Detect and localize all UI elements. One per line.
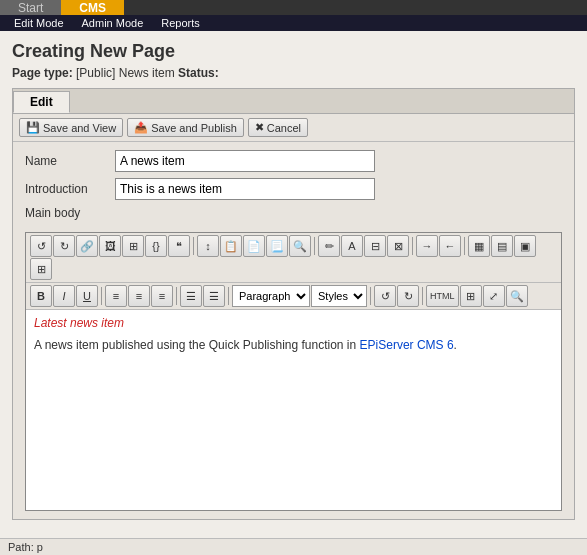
cell-btn[interactable]: ▣ <box>514 235 536 257</box>
main-wrapper: Start CMS Edit Mode Admin Mode Reports C… <box>0 0 587 555</box>
underline-btn[interactable]: U <box>76 285 98 307</box>
save-view-icon: 💾 <box>26 121 40 134</box>
maximize-btn[interactable]: ⤢ <box>483 285 505 307</box>
tab-edit[interactable]: Edit <box>13 91 70 113</box>
bold-btn[interactable]: B <box>30 285 52 307</box>
indent-btn[interactable]: → <box>416 235 438 257</box>
name-label: Name <box>25 154 115 168</box>
action-toolbar: 💾 Save and View 📤 Save and Publish ✖ Can… <box>13 114 574 142</box>
redo-btn[interactable]: ↻ <box>53 235 75 257</box>
italic-text: Latest news item <box>34 316 553 330</box>
rows-btn[interactable]: ▤ <box>491 235 513 257</box>
copy-btn[interactable]: 📋 <box>220 235 242 257</box>
paragraph-select[interactable]: Paragraph <box>232 285 310 307</box>
body-text-before: A news item published using the Quick Pu… <box>34 338 360 352</box>
edit-tab-panel: Edit 💾 Save and View 📤 Save and Publish … <box>12 88 575 520</box>
sep4 <box>464 237 465 255</box>
html-btn[interactable]: HTML <box>426 285 459 307</box>
italic-btn[interactable]: I <box>53 285 75 307</box>
redo2-btn[interactable]: ↻ <box>397 285 419 307</box>
styles-select[interactable]: Styles <box>311 285 367 307</box>
save-and-publish-label: Save and Publish <box>151 122 237 134</box>
align-left-btn[interactable]: ≡ <box>105 285 127 307</box>
page-type-value: [Public] News item <box>76 66 175 80</box>
introduction-label: Introduction <box>25 182 115 196</box>
editor-toolbar-1: ↺ ↻ 🔗 🖼 ⊞ {} ❝ ↕ 📋 📄 📃 🔍 ✏ A ⊟ <box>26 233 561 283</box>
name-row: Name <box>25 150 562 172</box>
select-all-btn[interactable]: ↕ <box>197 235 219 257</box>
cols-btn[interactable]: ▦ <box>468 235 490 257</box>
undo2-btn[interactable]: ↺ <box>374 285 396 307</box>
ul-btn[interactable]: ☰ <box>180 285 202 307</box>
search-btn[interactable]: 🔍 <box>506 285 528 307</box>
path-value: p <box>37 541 43 553</box>
tab-cms[interactable]: CMS <box>61 0 124 15</box>
path-bar: Path: p <box>0 538 587 555</box>
sep7 <box>228 287 229 305</box>
layout-btn[interactable]: ⊟ <box>364 235 386 257</box>
image-btn[interactable]: 🖼 <box>99 235 121 257</box>
undo-btn[interactable]: ↺ <box>30 235 52 257</box>
outdent-btn[interactable]: ← <box>439 235 461 257</box>
table-btn[interactable]: ⊞ <box>122 235 144 257</box>
link-btn[interactable]: 🔗 <box>76 235 98 257</box>
menu-admin-mode[interactable]: Admin Mode <box>74 15 152 31</box>
body-text-link[interactable]: EPiServer CMS 6 <box>360 338 454 352</box>
code-btn[interactable]: {} <box>145 235 167 257</box>
body-text: A news item published using the Quick Pu… <box>34 338 553 352</box>
status-label: Status: <box>178 66 219 80</box>
page-type-info: Page type: [Public] News item Status: <box>12 66 575 80</box>
menu-reports[interactable]: Reports <box>153 15 208 31</box>
save-and-publish-button[interactable]: 📤 Save and Publish <box>127 118 244 137</box>
editor-content[interactable]: Latest news item A news item published u… <box>26 310 561 510</box>
path-label: Path: <box>8 541 34 553</box>
sep6 <box>176 287 177 305</box>
menu-edit-mode[interactable]: Edit Mode <box>6 15 72 31</box>
tab-start[interactable]: Start <box>0 0 61 15</box>
find-btn[interactable]: 🔍 <box>289 235 311 257</box>
introduction-input[interactable] <box>115 178 375 200</box>
format-btn[interactable]: A <box>341 235 363 257</box>
introduction-row: Introduction <box>25 178 562 200</box>
paste-text-btn[interactable]: 📃 <box>266 235 288 257</box>
publish-icon: 📤 <box>134 121 148 134</box>
cancel-icon: ✖ <box>255 121 264 134</box>
fullscreen-btn[interactable]: ⊞ <box>460 285 482 307</box>
editor-toolbar-2: B I U ≡ ≡ ≡ ☰ ☰ Paragraph Styles <box>26 283 561 310</box>
sep9 <box>422 287 423 305</box>
paste-btn[interactable]: 📄 <box>243 235 265 257</box>
save-and-view-button[interactable]: 💾 Save and View <box>19 118 123 137</box>
page-type-prefix: Page type: <box>12 66 73 80</box>
cancel-label: Cancel <box>267 122 301 134</box>
align-right-btn[interactable]: ≡ <box>151 285 173 307</box>
main-body-label: Main body <box>25 206 562 220</box>
form-area: Name Introduction Main body <box>13 142 574 232</box>
tab-panel-tabs: Edit <box>13 89 574 114</box>
align-center-btn[interactable]: ≡ <box>128 285 150 307</box>
ol-btn[interactable]: ☰ <box>203 285 225 307</box>
name-input[interactable] <box>115 150 375 172</box>
quote-btn[interactable]: ❝ <box>168 235 190 257</box>
sep5 <box>101 287 102 305</box>
body-text-after: . <box>454 338 457 352</box>
merge-btn[interactable]: ⊞ <box>30 258 52 280</box>
layout2-btn[interactable]: ⊠ <box>387 235 409 257</box>
edit2-btn[interactable]: ✏ <box>318 235 340 257</box>
sep3 <box>412 237 413 255</box>
save-and-view-label: Save and View <box>43 122 116 134</box>
page-title: Creating New Page <box>12 41 575 62</box>
content-area: Creating New Page Page type: [Public] Ne… <box>0 31 587 538</box>
sep8 <box>370 287 371 305</box>
menu-bar: Edit Mode Admin Mode Reports <box>0 15 587 31</box>
rich-text-editor: ↺ ↻ 🔗 🖼 ⊞ {} ❝ ↕ 📋 📄 📃 🔍 ✏ A ⊟ <box>25 232 562 511</box>
tab-bar: Start CMS <box>0 0 587 15</box>
sep2 <box>314 237 315 255</box>
cancel-button[interactable]: ✖ Cancel <box>248 118 308 137</box>
sep1 <box>193 237 194 255</box>
